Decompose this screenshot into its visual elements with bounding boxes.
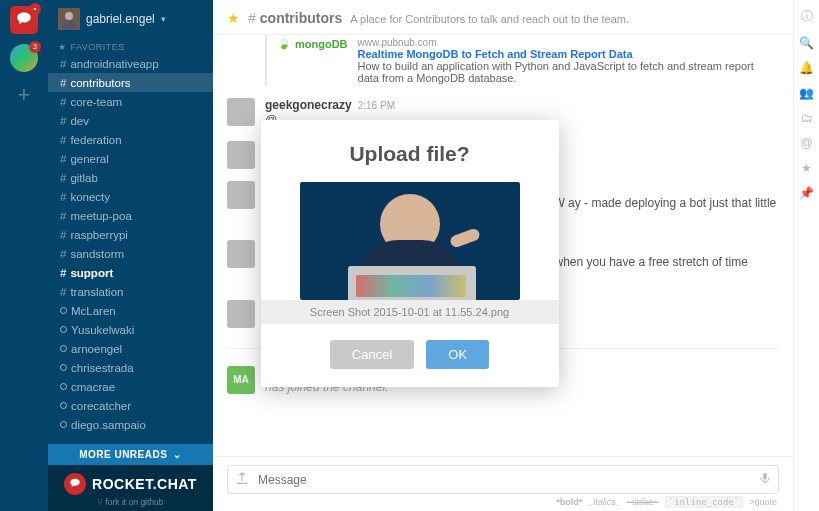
ok-button[interactable]: OK [426, 340, 489, 369]
file-thumbnail [300, 182, 520, 300]
file-name: Screen Shot 2015-10-01 at 11.55.24.png [261, 300, 559, 324]
cancel-button[interactable]: Cancel [330, 340, 414, 369]
modal-title: Upload file? [279, 142, 541, 166]
modal-overlay: Upload file? Screen Shot 2015-10-01 at 1… [0, 0, 819, 511]
upload-modal: Upload file? Screen Shot 2015-10-01 at 1… [261, 120, 559, 387]
